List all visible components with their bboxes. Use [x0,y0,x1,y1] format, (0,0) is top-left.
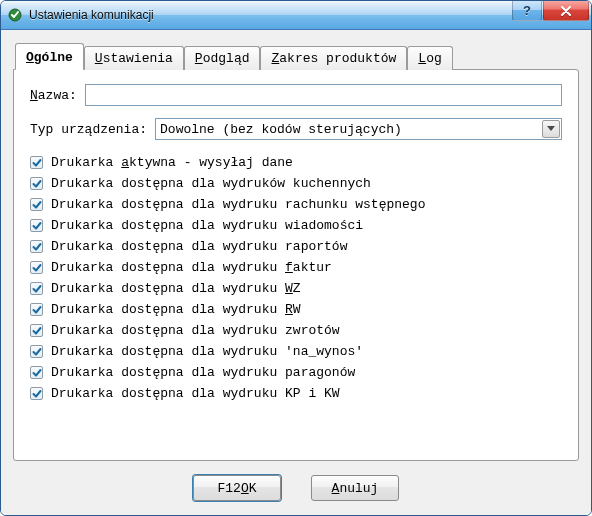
help-button[interactable]: ? [512,1,542,21]
checkbox-list: Drukarka aktywna - wysyłaj daneDrukarka … [30,152,562,404]
checkbox[interactable] [30,219,43,232]
checkbox-row: Drukarka dostępna dla wydruku rachunku w… [30,194,562,215]
tabstrip: Ogólne Ustawienia Podgląd Zakres produkt… [13,42,579,69]
tab-zakres-produktow[interactable]: Zakres produktów [260,46,407,70]
checkbox-row: Drukarka aktywna - wysyłaj dane [30,152,562,173]
checkbox-row: Drukarka dostępna dla wydruku 'na_wynos' [30,341,562,362]
checkbox[interactable] [30,177,43,190]
dialog-buttons: F12 OK Anuluj [13,461,579,501]
checkbox[interactable] [30,261,43,274]
label-device-type: Typ urządzenia: [30,122,147,137]
checkbox-label[interactable]: Drukarka aktywna - wysyłaj dane [51,155,293,170]
tab-ustawienia[interactable]: Ustawienia [84,46,184,70]
checkbox-label[interactable]: Drukarka dostępna dla wydruku KP i KW [51,386,340,401]
checkbox-label[interactable]: Drukarka dostępna dla wydruku zwrotów [51,323,340,338]
titlebar: Ustawienia komunikacji ? [1,1,591,30]
checkbox-row: Drukarka dostępna dla wydruku WZ [30,278,562,299]
checkbox-label[interactable]: Drukarka dostępna dla wydruku wiadomości [51,218,363,233]
checkbox-row: Drukarka dostępna dla wydruku wiadomości [30,215,562,236]
checkbox[interactable] [30,198,43,211]
device-type-combobox[interactable]: Dowolne (bez kodów sterujących) [155,118,562,140]
window-title: Ustawienia komunikacji [29,8,154,22]
tab-podglad[interactable]: Podgląd [184,46,261,70]
window-buttons: ? [511,1,589,21]
checkbox[interactable] [30,282,43,295]
label-name: Nazwa: [30,88,77,103]
ok-button[interactable]: F12 OK [193,475,281,501]
tab-ogolne[interactable]: Ogólne [15,43,84,70]
close-button[interactable] [543,1,589,21]
checkbox-row: Drukarka dostępna dla wydruku paragonów [30,362,562,383]
checkbox-row: Drukarka dostępna dla wydruków kuchennyc… [30,173,562,194]
checkbox[interactable] [30,345,43,358]
client-area: Ogólne Ustawienia Podgląd Zakres produkt… [1,30,591,515]
checkbox-row: Drukarka dostępna dla wydruku faktur [30,257,562,278]
checkbox[interactable] [30,156,43,169]
row-name: Nazwa: [30,84,562,106]
cancel-button[interactable]: Anuluj [311,475,399,501]
name-input[interactable] [85,84,562,106]
checkbox-label[interactable]: Drukarka dostępna dla wydruku faktur [51,260,332,275]
tab-log[interactable]: Log [407,46,452,70]
checkbox[interactable] [30,366,43,379]
checkbox-row: Drukarka dostępna dla wydruku zwrotów [30,320,562,341]
app-icon [7,7,23,23]
checkbox[interactable] [30,387,43,400]
checkbox[interactable] [30,240,43,253]
checkbox-row: Drukarka dostępna dla wydruku RW [30,299,562,320]
row-device-type: Typ urządzenia: Dowolne (bez kodów steru… [30,118,562,140]
checkbox-label[interactable]: Drukarka dostępna dla wydruku WZ [51,281,301,296]
checkbox-label[interactable]: Drukarka dostępna dla wydruku 'na_wynos' [51,344,363,359]
checkbox-label[interactable]: Drukarka dostępna dla wydruków kuchennyc… [51,176,371,191]
checkbox[interactable] [30,303,43,316]
checkbox[interactable] [30,324,43,337]
checkbox-row: Drukarka dostępna dla wydruku KP i KW [30,383,562,404]
checkbox-row: Drukarka dostępna dla wydruku raportów [30,236,562,257]
checkbox-label[interactable]: Drukarka dostępna dla wydruku RW [51,302,301,317]
dropdown-arrow-icon [542,120,560,138]
checkbox-label[interactable]: Drukarka dostępna dla wydruku rachunku w… [51,197,425,212]
checkbox-label[interactable]: Drukarka dostępna dla wydruku paragonów [51,365,355,380]
checkbox-label[interactable]: Drukarka dostępna dla wydruku raportów [51,239,347,254]
device-type-value: Dowolne (bez kodów sterujących) [160,122,402,137]
dialog-window: Ustawienia komunikacji ? Ogólne Ustawien… [0,0,592,516]
tabpanel-ogolne: Nazwa: Typ urządzenia: Dowolne (bez kodó… [13,69,579,461]
